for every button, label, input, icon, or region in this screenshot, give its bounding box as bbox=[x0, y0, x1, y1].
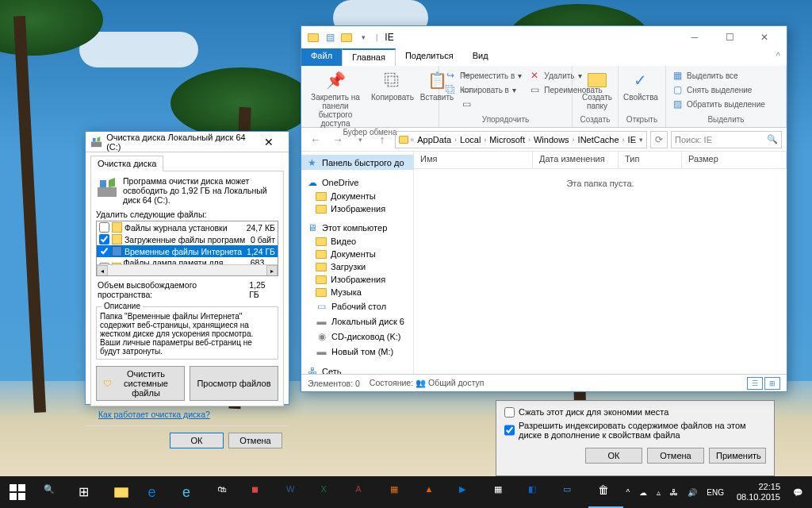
scrollbar-horizontal[interactable]: ◂▸ bbox=[97, 264, 278, 275]
nav-documents[interactable]: Документы bbox=[301, 190, 413, 202]
ok-button[interactable]: ОК bbox=[585, 448, 642, 464]
nav-network[interactable]: 🖧Сеть bbox=[301, 364, 413, 374]
history-dropdown[interactable]: ▾ bbox=[350, 130, 370, 149]
nav-this-pc[interactable]: 🖥Этот компьютер bbox=[301, 220, 413, 235]
taskbar-access[interactable]: A bbox=[346, 476, 381, 508]
qat-properties-icon[interactable]: ▤ bbox=[323, 30, 337, 44]
tray-security-icon[interactable]: ▵ bbox=[653, 488, 664, 497]
pin-button[interactable]: 📌Закрепить на панели быстрого доступа bbox=[306, 69, 365, 128]
free-value: 1,25 ГБ bbox=[249, 280, 277, 299]
tray-network-icon[interactable]: 🖧 bbox=[667, 488, 681, 497]
col-type[interactable]: Тип bbox=[619, 152, 682, 168]
forward-button[interactable]: → bbox=[328, 130, 347, 149]
ok-button[interactable]: ОК bbox=[170, 433, 224, 448]
properties-button[interactable]: ✓Свойства bbox=[623, 69, 658, 102]
compress-label: Сжать этот диск для экономии места bbox=[519, 407, 668, 418]
taskview-button[interactable]: ⊞ bbox=[69, 476, 104, 508]
deselect-button[interactable]: ▢Снять выделение bbox=[671, 83, 765, 96]
ribbon-collapse-icon[interactable]: ^ bbox=[770, 48, 787, 66]
index-checkbox[interactable] bbox=[504, 421, 515, 440]
taskbar-app2[interactable]: ▦ bbox=[381, 476, 416, 508]
file-list[interactable]: Файлы журнала установки24,7 КБ Загруженн… bbox=[96, 221, 278, 276]
copyto-button[interactable]: ⿻Копировать в ▾ bbox=[444, 83, 522, 96]
selectall-button[interactable]: ▦Выделить все bbox=[671, 69, 765, 82]
apply-button[interactable]: Применить bbox=[709, 448, 766, 464]
taskbar-app3[interactable]: ▶ bbox=[450, 476, 485, 508]
content-area: Имя Дата изменения Тип Размер Эта папка … bbox=[414, 152, 787, 374]
file-icon bbox=[112, 234, 122, 244]
taskbar-edge[interactable]: e bbox=[139, 476, 174, 508]
start-button[interactable] bbox=[0, 476, 35, 508]
search-button[interactable]: 🔍 bbox=[35, 476, 70, 508]
tray-onedrive-icon[interactable]: ☁ bbox=[636, 488, 650, 497]
folder-icon bbox=[316, 205, 327, 214]
nav-images[interactable]: Изображения bbox=[301, 202, 413, 215]
maximize-button[interactable]: ☐ bbox=[712, 26, 747, 48]
breadcrumb[interactable]: « AppData› Local› Microsoft› Windows› IN… bbox=[395, 131, 647, 148]
search-input[interactable]: Поиск: IE🔍 bbox=[671, 131, 782, 148]
disk-icon bbox=[96, 176, 118, 198]
nav-cddrive[interactable]: ◉CD-дисковод (K:) bbox=[301, 329, 413, 344]
taskbar-app5[interactable]: ▭ bbox=[553, 476, 588, 508]
taskbar-app1[interactable]: ◼ bbox=[242, 476, 277, 508]
clean-system-files-button[interactable]: 🛡Очистить системные файлы bbox=[96, 366, 185, 401]
compress-checkbox[interactable] bbox=[504, 407, 515, 418]
qat-newfolder-icon[interactable] bbox=[339, 30, 354, 44]
cancel-button[interactable]: Отмена bbox=[228, 433, 282, 448]
cancel-button[interactable]: Отмена bbox=[647, 448, 704, 464]
col-size[interactable]: Размер bbox=[682, 152, 787, 168]
cleanup-titlebar[interactable]: Очистка диска Локальный диск 64 (C:) ✕ bbox=[86, 132, 289, 152]
tray-expand-icon[interactable]: ^ bbox=[623, 488, 634, 497]
nav-documents2[interactable]: Документы bbox=[301, 248, 413, 260]
system-tray: ^ ☁ ▵ 🖧 🔊 ENG 22:1508.10.2015 💬 bbox=[623, 482, 812, 502]
close-button[interactable]: ✕ bbox=[254, 136, 284, 148]
folder-icon bbox=[399, 136, 408, 144]
view-icons-button[interactable]: ⊞ bbox=[764, 377, 780, 390]
invert-button[interactable]: ▨Обратить выделение bbox=[671, 98, 765, 110]
status-bar: Элементов: 0 Состояние: 👥 Общий доступ ☰… bbox=[301, 374, 787, 391]
nav-desktop[interactable]: ▭Рабочий стол bbox=[301, 298, 413, 314]
taskbar-store[interactable]: 🛍 bbox=[208, 476, 243, 508]
nav-onedrive[interactable]: ☁OneDrive bbox=[301, 175, 413, 190]
nav-localdisk[interactable]: ▬Локальный диск 6 bbox=[301, 314, 413, 329]
col-name[interactable]: Имя bbox=[414, 152, 533, 168]
taskbar-explorer[interactable] bbox=[104, 476, 139, 508]
nav-downloads[interactable]: Загрузки bbox=[301, 260, 413, 273]
col-date[interactable]: Дата изменения bbox=[533, 152, 619, 168]
taskbar-vlc[interactable]: ▲ bbox=[416, 476, 450, 508]
back-button[interactable]: ← bbox=[306, 130, 325, 149]
qat-dropdown-icon[interactable]: ▾ bbox=[356, 30, 370, 44]
up-button[interactable]: ↑ bbox=[373, 130, 392, 149]
minimize-button[interactable]: ─ bbox=[677, 26, 712, 48]
copy-button[interactable]: ⿻Копировать bbox=[371, 69, 414, 102]
close-button[interactable]: ✕ bbox=[747, 26, 782, 48]
nav-images2[interactable]: Изображения bbox=[301, 273, 413, 286]
refresh-button[interactable]: ⟳ bbox=[650, 131, 668, 148]
nav-video[interactable]: Видео bbox=[301, 235, 413, 248]
file-row: Загруженные файлы программ0 байт bbox=[97, 233, 278, 245]
nav-music[interactable]: Музыка bbox=[301, 286, 413, 298]
moveto-button[interactable]: ↪Переместить в ▾ bbox=[444, 69, 522, 82]
tab-view[interactable]: Вид bbox=[463, 48, 498, 66]
tab-home[interactable]: Главная bbox=[342, 48, 396, 66]
tray-volume-icon[interactable]: 🔊 bbox=[684, 488, 700, 497]
tray-clock[interactable]: 22:1508.10.2015 bbox=[730, 482, 787, 502]
nav-newvol[interactable]: ▬Новый том (M:) bbox=[301, 344, 413, 359]
view-details-button[interactable]: ☰ bbox=[747, 377, 763, 390]
tab-cleanup[interactable]: Очистка диска bbox=[90, 156, 163, 171]
nav-quick-access[interactable]: ★Панель быстрого до bbox=[301, 155, 413, 170]
tray-language[interactable]: ENG bbox=[703, 488, 727, 497]
view-files-button[interactable]: Просмотр файлов bbox=[190, 366, 278, 401]
tab-share[interactable]: Поделиться bbox=[396, 48, 463, 66]
taskbar-ie[interactable]: e bbox=[173, 476, 208, 508]
taskbar-calc[interactable]: ▦ bbox=[485, 476, 519, 508]
taskbar-word[interactable]: W bbox=[277, 476, 312, 508]
newfolder-button[interactable]: Создать папку bbox=[577, 69, 617, 110]
taskbar-excel[interactable]: X bbox=[312, 476, 347, 508]
tab-file[interactable]: Файл bbox=[301, 48, 342, 66]
taskbar-cleanup-running[interactable]: 🗑 bbox=[588, 476, 623, 508]
explorer-titlebar[interactable]: ▤ ▾ | IE ─ ☐ ✕ bbox=[301, 26, 787, 48]
help-link[interactable]: Как работает очистка диска? bbox=[90, 406, 284, 422]
tray-notifications-icon[interactable]: 💬 bbox=[790, 488, 806, 497]
taskbar-app4[interactable]: ◧ bbox=[519, 476, 554, 508]
